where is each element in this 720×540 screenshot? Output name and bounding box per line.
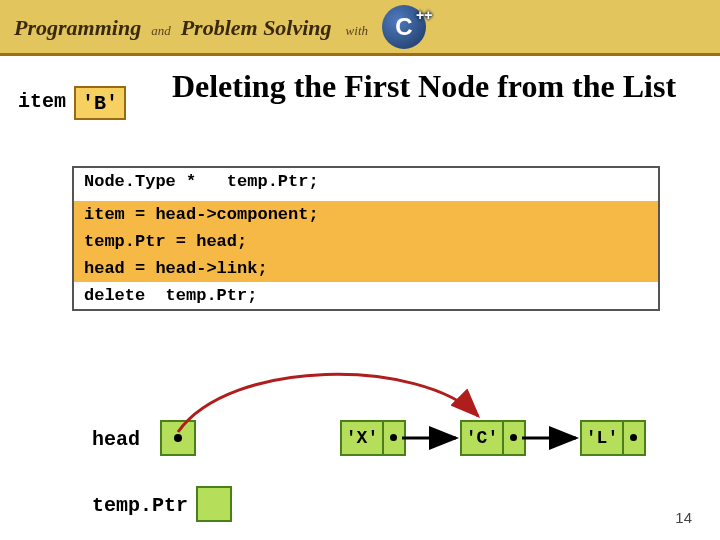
header-and: and bbox=[151, 23, 171, 39]
linked-list-diagram: head temp.Ptr 'X' 'C' 'L' bbox=[0, 350, 720, 530]
tempptr-label: temp.Ptr bbox=[92, 494, 188, 517]
list-node-2: 'C' bbox=[460, 420, 528, 456]
list-node-3: 'L' bbox=[580, 420, 648, 456]
code-line-4: head = head->link; bbox=[74, 255, 658, 282]
code-block: Node.Type * temp.Ptr; item = head->compo… bbox=[72, 166, 660, 311]
node-value-3: 'L' bbox=[580, 420, 624, 456]
item-value-box: 'B' bbox=[74, 86, 126, 120]
page-number: 14 bbox=[675, 509, 692, 526]
slide-header: Programming and Problem Solving with C +… bbox=[0, 0, 720, 56]
node-link-2 bbox=[504, 420, 526, 456]
head-pointer-dot bbox=[174, 434, 182, 442]
title-row: item 'B' Deleting the First Node from th… bbox=[18, 68, 702, 120]
cpp-logo: C ++ bbox=[382, 5, 440, 49]
code-line-5: delete temp.Ptr; bbox=[74, 282, 658, 309]
node-value-1: 'X' bbox=[340, 420, 384, 456]
code-line-3: temp.Ptr = head; bbox=[74, 228, 658, 255]
item-label: item bbox=[18, 90, 66, 113]
node-value-2: 'C' bbox=[460, 420, 504, 456]
tempptr-box bbox=[196, 486, 232, 522]
cpp-logo-plus: ++ bbox=[416, 7, 432, 23]
list-node-1: 'X' bbox=[340, 420, 408, 456]
node-link-3 bbox=[624, 420, 646, 456]
header-word2: Problem Solving bbox=[181, 15, 332, 41]
node-link-1 bbox=[384, 420, 406, 456]
header-with: with bbox=[346, 23, 368, 39]
head-label: head bbox=[92, 428, 140, 451]
code-line-2: item = head->component; bbox=[74, 201, 658, 228]
header-text: Programming and Problem Solving with C +… bbox=[14, 5, 440, 49]
arrow-head-to-c bbox=[178, 374, 478, 432]
code-line-1: Node.Type * temp.Ptr; bbox=[74, 168, 658, 195]
slide-title: Deleting the First Node from the List bbox=[146, 68, 702, 105]
header-word1: Programming bbox=[14, 15, 141, 41]
